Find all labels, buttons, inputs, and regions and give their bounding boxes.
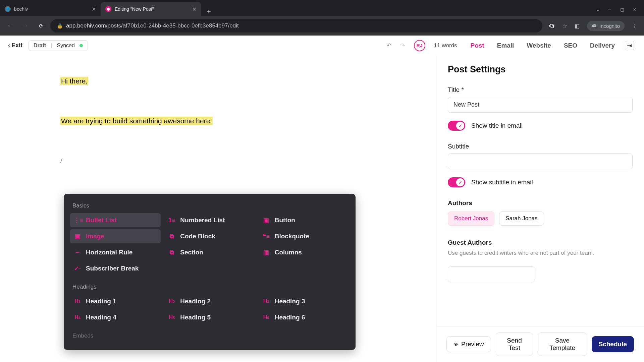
header-tab-email[interactable]: Email [497, 42, 514, 49]
show-title-toggle[interactable]: ✓ [448, 121, 465, 131]
slash-item-blockquote[interactable]: ❝≡Blockquote [259, 229, 350, 243]
editor-paragraph[interactable] [60, 96, 376, 107]
close-window-icon[interactable]: ✕ [633, 7, 637, 12]
slash-item-label: Image [86, 233, 104, 240]
kebab-menu-icon[interactable]: ⋮ [632, 23, 637, 29]
reload-button[interactable]: ⟳ [35, 20, 47, 32]
schedule-button[interactable]: Schedule [592, 336, 634, 352]
slash-item-numbered-list[interactable]: 1≡Numbered List [164, 213, 255, 227]
guest-author-input[interactable] [448, 266, 535, 282]
heading-icon: H5 [168, 314, 175, 320]
editor-header: ‹ Exit Draft | Synced ↶ ↷ RJ 11 words Po… [0, 36, 644, 56]
preview-button[interactable]: 👁Preview [446, 336, 491, 352]
browser-tab-beehiv[interactable]: 🌐 beehiv ✕ [0, 2, 101, 16]
incognito-badge[interactable]: 🕶 Incognito [587, 21, 625, 31]
eye-icon: 👁 [453, 342, 459, 347]
subtitle-input[interactable] [448, 154, 633, 169]
slash-command-trigger[interactable]: / [60, 156, 376, 166]
undo-button[interactable]: ↶ [386, 42, 391, 49]
exit-label: Exit [11, 42, 22, 49]
show-title-toggle-row: ✓ Show title in email [448, 121, 633, 131]
slash-item-section[interactable]: ⧉Section [164, 245, 255, 259]
synced-label: Synced [57, 43, 75, 49]
editor-paragraph[interactable]: We are trying to build something awesome… [60, 116, 376, 126]
slash-item-label: Heading 4 [86, 314, 116, 321]
sidebar-title: Post Settings [448, 64, 633, 75]
incognito-icon: 🕶 [592, 23, 597, 29]
eye-off-icon[interactable]: 👁‍🗨 [548, 23, 555, 29]
slash-item-label: Heading 2 [180, 298, 211, 305]
close-icon[interactable]: ✕ [192, 6, 197, 12]
save-template-button[interactable]: Save Template [538, 333, 587, 356]
slash-item-columns[interactable]: ▥Columns [259, 245, 350, 259]
header-tab-delivery[interactable]: Delivery [590, 42, 615, 49]
send-test-button[interactable]: Send Test [496, 333, 533, 356]
slash-item-icon: ⧉ [168, 249, 175, 256]
slash-item-bullet-list[interactable]: ⋮≡Bullet List [70, 213, 161, 227]
slash-item-button[interactable]: ▣Button [259, 213, 350, 227]
header-center: ↶ ↷ RJ 11 words [386, 40, 457, 51]
show-title-label: Show title in email [471, 122, 523, 129]
app-root: ‹ Exit Draft | Synced ↶ ↷ RJ 11 words Po… [0, 36, 644, 362]
browser-tab-editing[interactable]: ⬢ Editing "New Post" ✕ [101, 2, 201, 16]
slash-section-embeds: Embeds [68, 330, 352, 343]
title-input[interactable] [448, 97, 633, 113]
slash-item-icon: ✓· [74, 265, 81, 272]
author-chip[interactable]: Sarah Jonas [499, 212, 544, 226]
header-tab-seo[interactable]: SEO [564, 42, 577, 49]
editor-paragraph[interactable]: Hi there, [60, 76, 376, 86]
forward-button[interactable]: → [19, 20, 32, 32]
slash-item-heading-3[interactable]: H3Heading 3 [259, 294, 350, 308]
slash-item-subscriber-break[interactable]: ✓·Subscriber Break [70, 261, 161, 276]
slash-item-heading-4[interactable]: H4Heading 4 [70, 310, 161, 324]
slash-item-label: Subscriber Break [86, 265, 139, 272]
chevron-down-icon[interactable]: ⌄ [596, 7, 600, 12]
back-button[interactable]: ← [4, 20, 16, 32]
sidebar-scroll[interactable]: Post Settings Title * ✓ Show title in em… [436, 56, 644, 326]
slash-item-image[interactable]: ▣Image [70, 229, 161, 243]
editor-pane[interactable]: Hi there, We are trying to build somethi… [0, 56, 436, 362]
heading-icon: H6 [263, 314, 270, 320]
editor-paragraph[interactable] [60, 136, 376, 146]
draft-label: Draft [34, 43, 46, 49]
browser-toolbar: ← → ⟳ 🔒 app.beehiv.com/posts/af70b1e0-24… [0, 16, 644, 36]
panel-icon[interactable]: ◧ [575, 23, 580, 29]
slash-item-icon: 1≡ [168, 217, 175, 224]
header-tab-website[interactable]: Website [527, 42, 551, 49]
address-bar[interactable]: 🔒 app.beehiv.com/posts/af70b1e0-24bb-4e3… [50, 19, 542, 33]
slash-item-label: Columns [275, 249, 302, 256]
exit-button[interactable]: ‹ Exit [8, 42, 22, 49]
maximize-icon[interactable]: ▢ [620, 7, 624, 12]
chevron-left-icon: ‹ [8, 42, 10, 49]
heading-icon: H4 [74, 314, 81, 320]
redo-button[interactable]: ↷ [400, 42, 405, 49]
slash-item-heading-6[interactable]: H6Heading 6 [259, 310, 350, 324]
slash-item-heading-5[interactable]: H5Heading 5 [164, 310, 255, 324]
show-subtitle-toggle-row: ✓ Show subtitle in email [448, 177, 633, 187]
title-label: Title * [448, 86, 633, 94]
slash-item-code-block[interactable]: ⧉Code Block [164, 229, 255, 243]
sync-dot-icon [79, 44, 83, 47]
incognito-label: Incognito [599, 23, 620, 29]
show-subtitle-toggle[interactable]: ✓ [448, 177, 465, 187]
slash-item-label: Section [180, 249, 203, 256]
slash-item-heading-2[interactable]: H2Heading 2 [164, 294, 255, 308]
avatar[interactable]: RJ [414, 40, 425, 51]
slash-item-heading-1[interactable]: H1Heading 1 [70, 294, 161, 308]
browser-tab-strip: 🌐 beehiv ✕ ⬢ Editing "New Post" ✕ + ⌄ ─ … [0, 0, 644, 16]
settings-sidebar: Post Settings Title * ✓ Show title in em… [436, 56, 644, 362]
close-icon[interactable]: ✕ [92, 6, 96, 12]
slash-section-basics: Basics [68, 200, 352, 213]
header-tab-post[interactable]: Post [471, 42, 484, 49]
collapse-sidebar-button[interactable]: ⇥ [625, 41, 634, 50]
minimize-icon[interactable]: ─ [608, 7, 611, 12]
author-chip[interactable]: Robert Jonas [448, 212, 494, 226]
word-count: 11 words [434, 42, 457, 49]
slash-item-label: Button [275, 217, 295, 224]
new-tab-button[interactable]: + [201, 7, 216, 16]
heading-icon: H1 [74, 298, 81, 304]
bookmark-icon[interactable]: ☆ [562, 23, 567, 29]
slash-item-horizontal-rule[interactable]: ┄Horizontal Rule [70, 245, 161, 259]
authors-row: Robert JonasSarah Jonas [448, 212, 633, 226]
slash-item-icon: ▣ [263, 217, 270, 224]
